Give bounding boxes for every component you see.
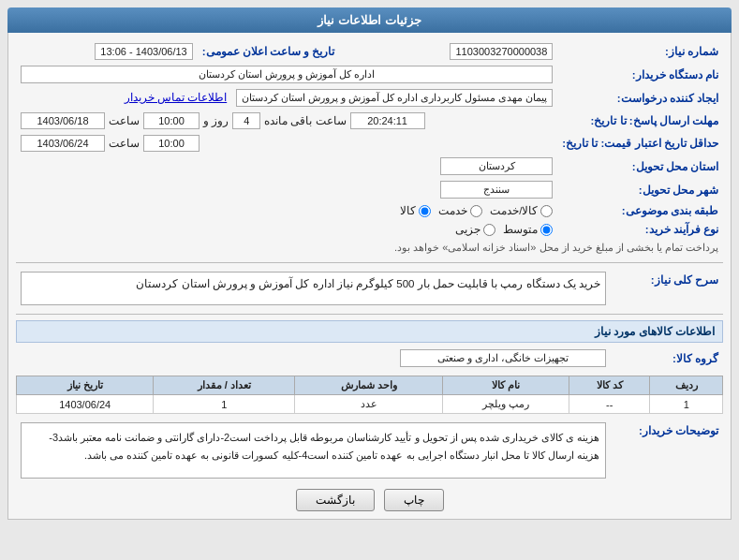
buyer-desc-label: توضیحات خریدار: [611,420,723,481]
need-number-box: 1103003270000038 [450,43,553,60]
province-box: کردستان [440,157,553,175]
reply-day-label: روز و [203,114,229,127]
datetime-box: 1403/06/13 - 13:06 [95,43,192,60]
divider1 [16,262,723,263]
cell-row: 1 [650,395,723,414]
radio-medium[interactable]: متوسط [503,223,553,236]
reply-time-label: ساعت [109,114,140,127]
price-deadline-value: 10:00 ساعت 1403/06/24 [16,132,557,155]
buyer-name-value: اداره کل آموزش و پرورش استان کردستان [16,63,557,86]
bottom-buttons: چاپ بازگشت [16,489,723,511]
reply-deadline-value: 20:24:11 ساعت باقی مانده 4 روز و 10:00 س… [16,110,557,132]
price-date-box: 1403/06/24 [21,135,105,152]
buyer-name-label: نام دستگاه خریدار: [557,63,723,86]
reply-day-box: 4 [232,112,260,129]
need-number-value: 1103003270000038 [367,40,557,63]
cell-quantity: 1 [154,395,295,414]
narration-table: سرح کلی نیاز: خرید یک دستگاه رمپ با قابل… [16,269,723,308]
narration-value: خرید یک دستگاه رمپ با قابلیت حمل بار 500… [16,269,611,308]
info-table: شماره نیاز: 1103003270000038 تاریخ و ساع… [16,40,723,257]
need-number-label: شماره نیاز: [557,40,723,63]
col-date: تاریخ نیاز [17,376,154,395]
requester-value: پیمان مهدی مسئول کاربرداری اداره کل آموز… [16,86,557,110]
page-wrapper: جزئیات اطلاعات نیاز شماره نیاز: 11030032… [0,0,739,560]
reply-remaining-label: ساعت باقی مانده [264,114,346,127]
back-button[interactable]: بازگشت [296,489,375,511]
goods-group-label: گروه کالا: [611,346,723,370]
category-label: طبقه بندی موضوعی: [557,201,723,220]
datetime-value: 1403/06/13 - 13:06 [16,40,198,63]
goods-group-table: گروه کالا: تجهیزات خانگی، اداری و صنعتی [16,346,723,370]
print-button[interactable]: چاپ [384,489,444,511]
purchase-type-options: متوسط جزیی [16,220,557,239]
payment-note: پرداخت تمام یا بخشی از مبلغ خرید از محل … [394,242,718,253]
buyer-desc-value: هزینه ی کالای خریداری شده پس از تحویل و … [16,420,611,481]
reply-time-box: 10:00 [143,112,200,129]
datetime-label: تاریخ و ساعت اعلان عمومی: [198,40,340,63]
price-time-box: 10:00 [143,135,200,152]
goods-table: ردیف کد کالا نام کالا واحد شمارش تعداد /… [16,376,723,414]
requester-box: پیمان مهدی مسئول کاربرداری اداره کل آموز… [236,89,554,107]
col-unit: واحد شمارش [295,376,442,395]
category-options: کالا/خدمت خدمت کالا [16,201,557,220]
divider2 [16,314,723,315]
province-label: استان محل تحویل: [557,155,723,178]
buyer-desc-table: توضیحات خریدار: هزینه ی کالای خریداری شد… [16,420,723,481]
radio-partial[interactable]: جزیی [455,223,495,236]
purchase-type-label: نوع فرآیند خرید: [557,220,723,239]
price-deadline-label: حداقل تاریخ اعتبار قیمت: تا تاریخ: [557,132,723,155]
city-value: سنندج [16,178,557,201]
radio-goods[interactable]: کالا [400,204,431,217]
col-code: کد کالا [569,376,650,395]
city-box: سنندج [440,181,553,199]
buyer-desc-box: هزینه ی کالای خریداری شده پس از تحویل و … [21,422,606,479]
page-header: جزئیات اطلاعات نیاز [7,7,732,33]
buyer-name-box: اداره کل آموزش و پرورش استان کردستان [21,66,553,83]
cell-code: -- [569,395,650,414]
page-title: جزئیات اطلاعات نیاز [318,13,421,27]
requester-label: ایجاد کننده درخواست: [557,86,723,110]
price-time-label: ساعت [109,137,140,150]
province-value: کردستان [16,155,557,178]
radio-goods-service[interactable]: کالا/خدمت [490,204,553,217]
cell-date: 1403/06/24 [17,395,154,414]
goods-group-box: تجهیزات خانگی، اداری و صنعتی [400,349,606,367]
narration-box: خرید یک دستگاه رمپ با قابلیت حمل بار 500… [21,272,606,305]
contact-link[interactable]: اطلاعات تماس خریدار [125,92,227,103]
goods-section-title: اطلاعات کالاهای مورد نیاز [16,320,723,343]
city-label: شهر محل تحویل: [557,178,723,201]
reply-remaining-box: 20:24:11 [350,112,425,129]
cell-name: رمپ ویلچر [442,395,569,414]
reply-deadline-label: مهلت ارسال پاسخ: تا تاریخ: [557,110,723,132]
radio-service[interactable]: خدمت [438,204,482,217]
narration-label: سرح کلی نیاز: [611,269,723,308]
reply-date-box: 1403/06/18 [21,112,105,129]
col-qty: تعداد / مقدار [154,376,295,395]
goods-group-value: تجهیزات خانگی، اداری و صنعتی [16,346,611,370]
col-name: نام کالا [442,376,569,395]
cell-unit: عدد [295,395,442,414]
table-row: 1--رمپ ویلچرعدد11403/06/24 [17,395,723,414]
col-row: ردیف [650,376,723,395]
main-panel: شماره نیاز: 1103003270000038 تاریخ و ساع… [7,33,732,520]
